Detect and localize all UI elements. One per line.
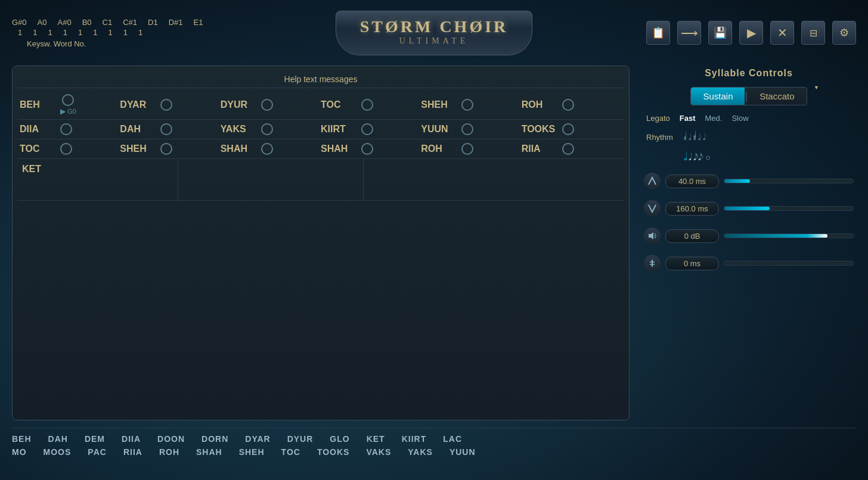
word-tooks[interactable]: TOOKS [317, 447, 350, 457]
word-ket[interactable]: KET [367, 434, 385, 444]
word-vaks[interactable]: VAKS [366, 447, 391, 457]
syllable-radio[interactable] [361, 123, 373, 135]
syllable-radio[interactable] [261, 99, 273, 111]
close-button[interactable]: ✕ [770, 21, 794, 45]
play-button[interactable]: ▶ [739, 21, 763, 45]
word-moos[interactable]: MOOS [44, 447, 72, 457]
syllable-name: KIIRT [321, 124, 356, 135]
syllable-radio[interactable] [361, 99, 373, 111]
word-dyar[interactable]: DYAR [245, 434, 270, 444]
syllable-row-3: TOC SHEH SHAH SHAH ROH [17, 139, 624, 159]
syllable-cell: DIIA [20, 123, 120, 135]
syllable-cell: BEH ▶ G0 [20, 94, 120, 116]
word-pac[interactable]: PAC [88, 447, 107, 457]
new-button[interactable]: 📋 [646, 21, 670, 45]
syllable-radio[interactable] [60, 123, 72, 135]
keysw-values: 1 1 1 1 1 1 1 1 1 [18, 28, 293, 37]
word-shah[interactable]: SHAH [196, 447, 222, 457]
word-sheh[interactable]: SHEH [239, 447, 265, 457]
syllable-name: ROH [421, 144, 457, 154]
syllable-radio[interactable] [60, 143, 72, 155]
window-button[interactable]: ⊟ [801, 21, 825, 45]
settings-button[interactable]: ⚙ [832, 21, 856, 45]
syllable-radio[interactable] [160, 143, 172, 155]
word-kiirt[interactable]: KIIRT [402, 434, 427, 444]
word-doon[interactable]: DOON [157, 434, 185, 444]
syllable-radio[interactable] [261, 143, 273, 155]
legato-row: Legato Fast Med. Slow [641, 111, 856, 125]
syllable-radio[interactable] [461, 123, 473, 135]
legato-slow[interactable]: Slow [731, 114, 748, 123]
syllable-radio[interactable] [461, 99, 473, 111]
word-beh[interactable]: BEH [12, 434, 32, 444]
word-dah[interactable]: DAH [48, 434, 68, 444]
word-lac[interactable]: LAC [443, 434, 462, 444]
syllable-radio[interactable] [562, 123, 574, 135]
word-row-1: BEH DAH DEM DIIA DOON DORN DYAR DYUR GLO… [12, 434, 856, 444]
syllable-name: BEH [20, 99, 55, 110]
word-dyur[interactable]: DYUR [287, 434, 314, 444]
word-mo[interactable]: MO [12, 447, 27, 457]
syllable-name: TOOKS [522, 124, 557, 135]
logo-section: STØRM CHØIR ULTIMATE [293, 11, 575, 55]
logo-subtitle: ULTIMATE [360, 36, 509, 46]
word-yuun[interactable]: YUUN [450, 447, 476, 457]
word-diia[interactable]: DIIA [122, 434, 141, 444]
legato-med[interactable]: Med. [705, 114, 723, 123]
release-track[interactable] [724, 206, 854, 211]
word-glo[interactable]: GLO [330, 434, 349, 444]
syllable-cell: SHAH [321, 143, 421, 155]
word-roh[interactable]: ROH [159, 447, 179, 457]
import-button[interactable]: ⟶ [677, 21, 701, 45]
rhythm-row-1: Rhythm 𝅗𝅥𝅗𝅥 𝅗𝅥 𝅗𝅥𝅗𝅥𝅗𝅥 𝅗𝅥 𝅗𝅥 [641, 131, 856, 144]
syllable-name: DIIA [20, 124, 55, 135]
bottom-row: KET [17, 159, 624, 201]
rhythm-note-10[interactable]: ○ [705, 152, 710, 162]
attack-fill [724, 179, 750, 183]
syllable-name: DYUR [221, 99, 256, 110]
dropdown-arrow-icon: ▼ [814, 85, 819, 91]
word-riia[interactable]: RIIA [123, 447, 142, 457]
word-dem[interactable]: DEM [85, 434, 105, 444]
word-yaks[interactable]: YAKS [408, 447, 433, 457]
release-fill [724, 207, 770, 210]
syllable-radio[interactable] [461, 143, 473, 155]
sustain-button[interactable]: Sustain [691, 88, 745, 105]
detune-value: 0 ms [665, 257, 719, 270]
attack-value: 40.0 ms [665, 174, 719, 188]
volume-fill [724, 234, 827, 238]
rhythm-note-9[interactable]: 𝅘𝅥𝅮. [698, 152, 700, 163]
keysw-section: G#0 A0 A#0 B0 C1 C#1 D1 D#1 E1 1 1 1 1 1… [12, 18, 293, 48]
play-icon[interactable]: ▶ [60, 107, 66, 116]
syllable-cell: SHAH [221, 143, 321, 155]
attack-track[interactable] [724, 179, 854, 183]
svg-marker-0 [649, 232, 653, 239]
save-button[interactable]: 💾 [708, 21, 732, 45]
word-toc[interactable]: TOC [281, 447, 300, 457]
logo-bg: STØRM CHØIR ULTIMATE [336, 11, 533, 55]
bottom-words: BEH DAH DEM DIIA DOON DORN DYAR DYUR GLO… [0, 420, 868, 480]
logo-title: STØRM CHØIR [360, 17, 509, 36]
bottom-cell-3 [364, 159, 624, 200]
detune-slider-row: 0 ms [641, 253, 856, 274]
syllable-cell: TOC [321, 99, 421, 111]
staccato-button[interactable]: Staccato [748, 88, 806, 105]
attack-slider-row: 40.0 ms [641, 170, 856, 192]
syllable-name: DYAR [120, 99, 156, 110]
word-dorn[interactable]: DORN [202, 434, 228, 444]
syllable-cell: DYAR [120, 99, 220, 111]
syllable-radio[interactable] [160, 123, 172, 135]
help-text-bar: Help text messages [17, 71, 624, 88]
syllable-radio[interactable] [361, 143, 373, 155]
syllable-radio[interactable] [562, 99, 574, 111]
syllable-cell: TOOKS [522, 123, 622, 135]
syllable-radio[interactable] [62, 94, 74, 106]
syllable-name: YAKS [221, 124, 256, 135]
syllable-cell: RIIA [522, 143, 622, 155]
syllable-radio[interactable] [261, 123, 273, 135]
syllable-radio[interactable] [562, 143, 574, 155]
legato-fast[interactable]: Fast [680, 114, 696, 123]
syllable-radio[interactable] [160, 99, 172, 111]
detune-track[interactable] [724, 261, 854, 266]
volume-track[interactable] [724, 233, 854, 238]
